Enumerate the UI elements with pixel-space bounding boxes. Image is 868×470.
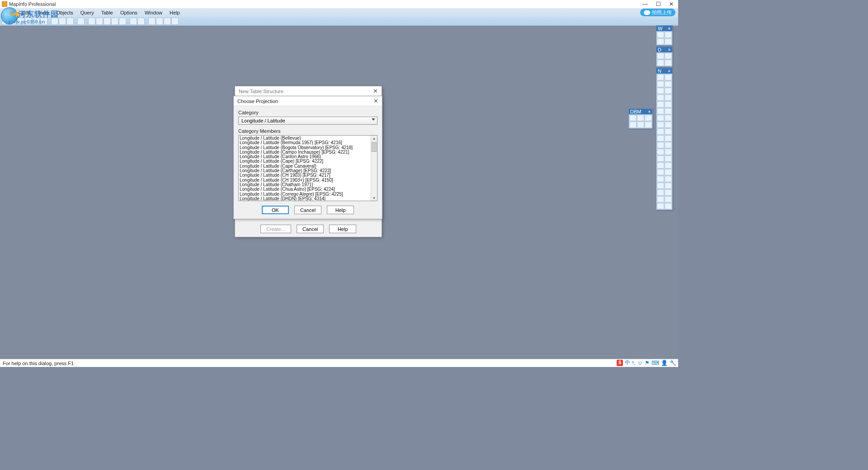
menu-window[interactable]: Window [141,10,166,15]
palette-close-icon[interactable]: ✕ [668,48,671,52]
palette-btn[interactable] [657,149,664,155]
create-button[interactable]: Create... [260,225,291,233]
menu-query[interactable]: Query [77,10,98,15]
dialog-close-icon[interactable]: ✕ [373,98,378,104]
palette-btn[interactable] [637,122,644,128]
palette-btn[interactable] [657,122,664,128]
palette-btn[interactable] [665,183,672,189]
palette-btn[interactable] [657,108,664,114]
tb-copy-icon[interactable] [59,18,66,25]
palette-btn[interactable] [665,135,672,141]
tb-savews-icon[interactable] [33,18,40,25]
menu-objects[interactable]: Objects [52,10,76,15]
palette-btn[interactable] [657,189,664,196]
cancel-button[interactable]: Cancel [297,225,324,233]
list-item[interactable]: Longitude / Latitude (DHDN) [EPSG: 4314] [240,197,376,201]
palette-btn[interactable] [665,108,672,114]
palette-btn[interactable] [665,149,672,155]
tb-redistrict-icon[interactable] [119,18,126,25]
palette-btn[interactable] [657,53,664,59]
palette-btn[interactable] [665,38,672,45]
tb-cascade-icon[interactable] [137,18,145,25]
palette-btn[interactable] [629,122,637,128]
palette-main-tools[interactable]: N✕ [656,68,673,210]
palette-btn[interactable] [629,115,637,121]
tb-newgraph-icon[interactable] [104,18,111,25]
palette-close-icon[interactable]: ✕ [668,27,671,31]
palette-btn[interactable] [657,60,664,66]
menu-file[interactable]: File [3,10,18,15]
scroll-down-icon[interactable]: ▼ [371,195,377,201]
palette-btn[interactable] [657,94,664,101]
palette-btn[interactable] [665,155,672,162]
palette-btn[interactable] [665,74,672,80]
palette-close-icon[interactable]: ✕ [648,110,651,114]
tb-newbrowser-icon[interactable] [88,18,95,25]
tb-print-icon[interactable] [40,18,47,25]
minimize-button[interactable]: — [642,1,648,7]
help-button[interactable]: Help [329,225,356,233]
palette-btn[interactable] [657,155,664,162]
palette-btn[interactable] [665,32,672,38]
sogou-ime-icon[interactable]: S [617,360,623,366]
palette-btn[interactable] [665,203,672,209]
palette-btn[interactable] [665,128,672,135]
close-button[interactable]: ✕ [669,1,674,7]
palette-btn[interactable] [665,142,672,148]
palette-btn[interactable] [645,122,652,128]
palette-btn[interactable] [665,162,672,169]
category-members-listbox[interactable]: Longitude / Latitude (Bellevue)Longitude… [238,135,377,201]
palette-btn[interactable] [657,101,664,108]
tray-keyboard-icon[interactable]: ⌨ [651,360,659,366]
tb-new-icon[interactable] [2,18,9,25]
palette-btn[interactable] [665,53,672,59]
palette-btn[interactable] [657,183,664,189]
scroll-up-icon[interactable]: ▲ [371,136,377,141]
palette-btn[interactable] [665,94,672,101]
menu-help[interactable]: Help [166,10,184,15]
palette-btn[interactable] [665,88,672,94]
ime-lang-icon[interactable]: 中 [625,359,630,367]
palette-btn[interactable] [657,162,664,169]
tray-mic-icon[interactable]: ⚑ [645,360,650,366]
palette-btn[interactable] [657,74,664,80]
menu-edit[interactable]: Edit [18,10,34,15]
menu-table[interactable]: Table [98,10,117,15]
palette-btn[interactable] [665,189,672,196]
tb-newmap-icon[interactable] [96,18,103,25]
palette-btn[interactable] [657,176,664,182]
tray-punct-icon[interactable]: º, [632,360,636,366]
help-button[interactable]: Help [327,206,354,214]
tb-save-icon[interactable] [25,18,32,25]
palette-close-icon[interactable]: ✕ [668,69,671,73]
cancel-button[interactable]: Cancel [294,206,321,214]
palette-btn[interactable] [665,196,672,202]
menu-options[interactable]: Options [117,10,141,15]
palette-btn[interactable] [657,169,664,175]
palette-btn[interactable] [665,169,672,175]
scrollbar[interactable]: ▲ ▼ [371,136,377,201]
dialog-title-bar[interactable]: Choose Projection ✕ [234,96,382,106]
tray-emoji-icon[interactable]: ☺ [637,360,643,366]
palette-dbm[interactable]: DBM✕ [628,108,653,129]
tb-info-icon[interactable] [156,18,163,25]
palette-btn[interactable] [645,115,652,121]
palette-btn[interactable] [657,196,664,202]
palette-btn[interactable] [665,60,672,66]
ok-button[interactable]: OK [262,206,289,214]
palette-btn[interactable] [665,81,672,87]
tb-cut-icon[interactable] [51,18,58,25]
upload-photo-button[interactable]: 拍照上传 [640,9,675,16]
tb-help-icon[interactable] [148,18,156,25]
tray-settings-icon[interactable]: 🔧 [670,360,676,366]
palette-w[interactable]: W✕ [656,25,673,46]
tb-open-icon[interactable] [9,18,17,25]
palette-d[interactable]: D✕ [656,47,673,67]
tb-tile-icon[interactable] [130,18,137,25]
palette-btn[interactable] [665,101,672,108]
palette-btn[interactable] [657,135,664,141]
palette-btn[interactable] [637,115,644,121]
palette-btn[interactable] [657,115,664,121]
palette-btn[interactable] [665,176,672,182]
dialog-title-bar[interactable]: New Table Structure ✕ [235,86,382,96]
